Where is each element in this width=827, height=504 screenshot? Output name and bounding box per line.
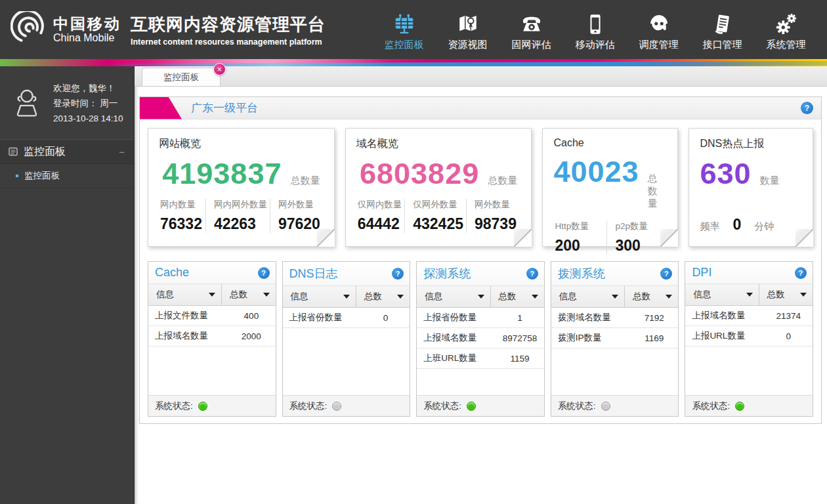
table-row: 上报URL数量0 bbox=[685, 326, 813, 346]
cell-total: 0 bbox=[362, 313, 410, 323]
panel-list-icon bbox=[8, 146, 18, 157]
column-header-info[interactable]: 信息 bbox=[685, 284, 759, 305]
monitor-table-3: 探测系统 ? 信息 总数 上报省份数量1上报域名数量8972758上班URL数量… bbox=[416, 261, 545, 417]
tab-monitor-panel[interactable]: 监控面板 × bbox=[142, 68, 221, 86]
help-icon[interactable]: ? bbox=[258, 267, 270, 279]
column-header-info[interactable]: 信息 bbox=[148, 284, 222, 305]
status-label: 系统状态: bbox=[155, 400, 193, 412]
sub-label: 网外数量 bbox=[475, 199, 518, 211]
phone-icon bbox=[520, 10, 543, 35]
card-big-value: 40023 bbox=[553, 157, 639, 186]
column-header-total[interactable]: 总数 bbox=[625, 286, 678, 307]
sub-label: Http数量 bbox=[555, 220, 604, 232]
table-title: Cache bbox=[155, 266, 189, 280]
sub-value: 200 bbox=[555, 237, 604, 255]
status-label: 系统状态: bbox=[558, 400, 596, 412]
stat-card: Cache 40023 总数量 Http数量200p2p数量300 bbox=[542, 128, 678, 247]
stat-cards-row: 网站概览 4193837 总数量 网内数量76332网内网外数量42263网外数… bbox=[140, 119, 821, 251]
nav-label: 调度管理 bbox=[639, 39, 679, 51]
help-icon[interactable]: ? bbox=[795, 267, 807, 279]
app: 中国移动 China Mobile 互联网内容资源管理平台 Internet c… bbox=[0, 0, 827, 504]
decorative-ribbon bbox=[0, 59, 827, 66]
column-header-total[interactable]: 总数 bbox=[759, 284, 813, 305]
china-mobile-logo-icon bbox=[11, 11, 47, 48]
cell-total: 1159 bbox=[496, 354, 543, 364]
main-area: 监控面板 × 广东一级平台 ? 网站概览 4193837 总数量 网内数量763… bbox=[135, 66, 827, 504]
nav-item-document[interactable]: 接口管理 bbox=[690, 8, 754, 51]
nav-label: 资源视图 bbox=[448, 39, 488, 51]
column-header-info[interactable]: 信息 bbox=[551, 286, 625, 307]
table-title: 拨测系统 bbox=[558, 266, 605, 282]
welcome-text: 欢迎您，魏华！ bbox=[53, 81, 123, 96]
platform-subtitle: Internet content resources management pl… bbox=[131, 37, 326, 47]
brand: 中国移动 China Mobile bbox=[11, 11, 121, 48]
cell-info: 拨测域名数量 bbox=[551, 312, 630, 324]
nav-item-gears[interactable]: 系统管理 bbox=[754, 8, 818, 51]
column-header-info[interactable]: 信息 bbox=[283, 286, 356, 307]
freq-value: 0 bbox=[732, 216, 741, 234]
user-info-block: 欢迎您，魏华！ 登录时间： 周一 2013-10-28 14:10 bbox=[0, 66, 134, 139]
sub-value: 64442 bbox=[358, 215, 402, 233]
column-header-total[interactable]: 总数 bbox=[222, 284, 275, 305]
table-title: 探测系统 bbox=[423, 266, 471, 282]
sub-label: 网内数量 bbox=[160, 199, 203, 211]
cell-info: 上报域名数量 bbox=[685, 310, 764, 322]
stat-card: DNS热点上报 630 数量 频率0分钟 bbox=[689, 128, 813, 247]
collapse-icon[interactable]: − bbox=[119, 146, 125, 158]
nav-item-headset[interactable]: 调度管理 bbox=[627, 8, 690, 51]
card-sub-stat: 网内数量76332 bbox=[159, 199, 205, 233]
nav-item-map[interactable]: 资源视图 bbox=[436, 8, 499, 51]
help-icon[interactable]: ? bbox=[526, 268, 538, 280]
monitor-table-1: Cache ? 信息 总数 上报文件数量400上报域名数量2000 系统状态: bbox=[148, 261, 276, 417]
card-title: DNS热点上报 bbox=[700, 137, 802, 151]
cell-info: 上报域名数量 bbox=[417, 332, 496, 344]
sub-label: 网外数量 bbox=[278, 199, 321, 211]
sidebar-subitem[interactable]: 监控面板 bbox=[0, 164, 134, 188]
cell-total: 7192 bbox=[630, 313, 678, 323]
monitor-table-5: DPI ? 信息 总数 上报域名数量21374上报URL数量0 系统状态: bbox=[685, 261, 813, 417]
card-title: 域名概览 bbox=[356, 137, 521, 151]
cell-info: 上报URL数量 bbox=[685, 330, 764, 342]
help-icon[interactable]: ? bbox=[392, 268, 404, 280]
nav-label: 系统管理 bbox=[767, 39, 806, 51]
card-sub-stat: p2p数量300 bbox=[606, 220, 667, 255]
card-big-label: 总数量 bbox=[488, 175, 517, 187]
help-icon[interactable]: ? bbox=[801, 102, 813, 114]
stat-card: 域名概览 6803829 总数量 仅网内数量64442仅网外数量432425网外… bbox=[345, 128, 532, 247]
cell-info: 上班URL数量 bbox=[417, 352, 496, 364]
panel-flag-decoration bbox=[140, 97, 182, 119]
sub-value: 300 bbox=[615, 237, 664, 255]
monitor-table-4: 拨测系统 ? 信息 总数 拨测域名数量7192拨测IP数量1169 系统状态: bbox=[551, 261, 679, 417]
sub-value: 98739 bbox=[475, 215, 518, 233]
help-icon[interactable]: ? bbox=[660, 268, 672, 280]
cell-total: 0 bbox=[765, 331, 813, 341]
sidebar-menu-monitor-panel[interactable]: 监控面板 − bbox=[0, 139, 134, 164]
column-header-info[interactable]: 信息 bbox=[417, 286, 490, 307]
column-header-total[interactable]: 总数 bbox=[491, 286, 544, 307]
card-sub-stat: 网内网外数量42263 bbox=[205, 199, 270, 233]
card-big-value: 4193837 bbox=[162, 159, 282, 188]
dropdown-arrow-icon bbox=[666, 295, 672, 299]
panel-title: 广东一级平台 bbox=[191, 100, 258, 116]
cell-info: 拨测IP数量 bbox=[551, 332, 630, 344]
mobile-icon bbox=[584, 10, 606, 35]
nav-item-dashboard[interactable]: 监控面板 bbox=[372, 8, 436, 51]
dropdown-arrow-icon bbox=[209, 293, 215, 297]
tab-label: 监控面板 bbox=[163, 72, 199, 83]
sub-value: 432425 bbox=[413, 215, 463, 233]
nav-label: 监控面板 bbox=[385, 39, 424, 51]
table-row: 上报域名数量2000 bbox=[148, 326, 276, 346]
bullet-icon bbox=[16, 175, 18, 177]
user-avatar-icon bbox=[9, 86, 45, 121]
nav-item-phone[interactable]: 固网评估 bbox=[499, 8, 563, 51]
tab-close-icon[interactable]: × bbox=[213, 63, 226, 75]
nav-label: 接口管理 bbox=[703, 39, 742, 51]
nav-item-mobile[interactable]: 移动评估 bbox=[563, 8, 627, 51]
login-time-label: 登录时间： 周一 bbox=[53, 96, 123, 111]
column-header-total[interactable]: 总数 bbox=[356, 286, 410, 307]
map-icon bbox=[457, 10, 479, 35]
sub-value: 42263 bbox=[214, 215, 267, 233]
nav-label: 移动评估 bbox=[576, 39, 615, 51]
status-label: 系统状态: bbox=[692, 400, 730, 412]
login-datetime: 2013-10-28 14:10 bbox=[53, 111, 123, 126]
